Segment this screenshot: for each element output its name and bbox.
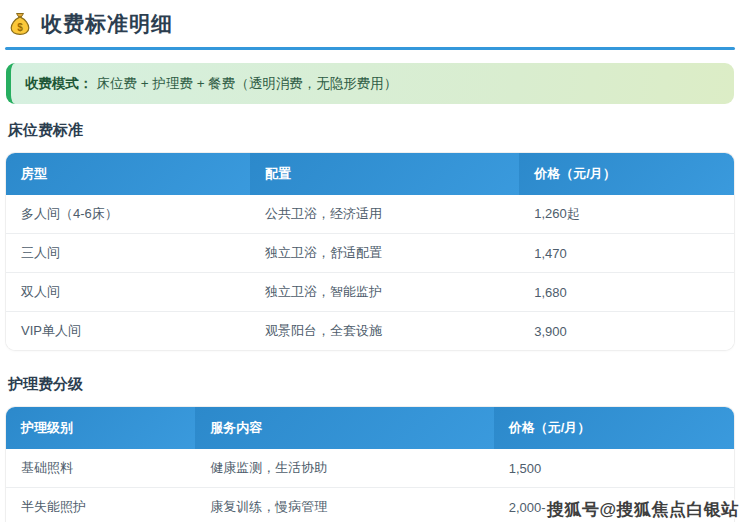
room-type-cell: 双人间 (6, 273, 250, 312)
care-level-cell: 基础照料 (6, 449, 195, 488)
section-heading-care-fee: 护理费分级 (8, 375, 732, 394)
config-cell: 独立卫浴，舒适配置 (250, 234, 519, 273)
table-row: 三人间 独立卫浴，舒适配置 1,470 (6, 234, 734, 273)
room-type-cell: VIP单人间 (6, 312, 250, 350)
column-header-room-type: 房型 (6, 153, 250, 195)
page-title: 收费标准明细 (41, 10, 173, 38)
fee-model-content: 床位费 + 护理费 + 餐费（透明消费，无隐形费用） (97, 76, 398, 91)
service-cell: 健康监测，生活协助 (195, 449, 493, 488)
price-cell: 1,500 (494, 449, 734, 488)
table-row: 多人间（4-6床） 公共卫浴，经济适用 1,260起 (6, 195, 734, 234)
room-type-cell: 三人间 (6, 234, 250, 273)
section-heading-bed-fee: 床位费标准 (8, 121, 732, 140)
fee-model-banner: 收费模式：床位费 + 护理费 + 餐费（透明消费，无隐形费用） (6, 63, 734, 104)
column-header-care-level: 护理级别 (6, 407, 195, 449)
table-row: VIP单人间 观景阳台，全套设施 3,900 (6, 312, 734, 350)
config-cell: 公共卫浴，经济适用 (250, 195, 519, 234)
bed-fee-table: 房型 配置 价格（元/月） 多人间（4-6床） 公共卫浴，经济适用 1,260起… (6, 153, 734, 350)
column-header-price: 价格（元/月） (494, 407, 734, 449)
care-level-cell: 半失能照护 (6, 488, 195, 522)
sohu-watermark: 搜狐号@搜狐焦点白银站 (547, 498, 739, 521)
fee-model-label: 收费模式： (25, 76, 93, 91)
table-row: 双人间 独立卫浴，智能监护 1,680 (6, 273, 734, 312)
price-cell: 1,470 (519, 234, 734, 273)
title-divider (5, 47, 735, 50)
column-header-price: 价格（元/月） (519, 153, 734, 195)
money-bag-icon: $ (8, 12, 32, 36)
table-header-row: 护理级别 服务内容 价格（元/月） (6, 407, 734, 449)
config-cell: 观景阳台，全套设施 (250, 312, 519, 350)
svg-text:$: $ (17, 22, 23, 33)
column-header-service: 服务内容 (195, 407, 493, 449)
fee-detail-page: $ 收费标准明细 收费模式：床位费 + 护理费 + 餐费（透明消费，无隐形费用）… (0, 0, 740, 522)
service-cell: 康复训练，慢病管理 (195, 488, 493, 522)
price-cell: 3,900 (519, 312, 734, 350)
column-header-config: 配置 (250, 153, 519, 195)
config-cell: 独立卫浴，智能监护 (250, 273, 519, 312)
room-type-cell: 多人间（4-6床） (6, 195, 250, 234)
price-cell: 1,680 (519, 273, 734, 312)
page-header: $ 收费标准明细 (5, 8, 735, 47)
table-header-row: 房型 配置 价格（元/月） (6, 153, 734, 195)
price-cell: 1,260起 (519, 195, 734, 234)
table-row: 基础照料 健康监测，生活协助 1,500 (6, 449, 734, 488)
